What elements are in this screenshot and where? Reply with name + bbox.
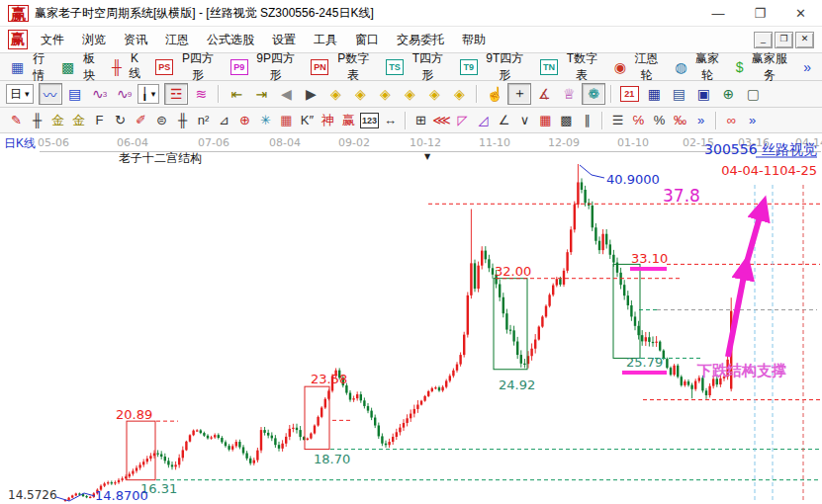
diamond-expand-h-button[interactable]: ◈: [373, 83, 397, 105]
cycle-circle-button[interactable]: ⊜: [151, 111, 172, 130]
sectors-button[interactable]: ▩板块: [56, 48, 105, 86]
menu-item-trade-order[interactable]: 交易委托: [388, 30, 453, 50]
gann-frame-button[interactable]: ⊞: [411, 111, 431, 130]
angle-gauge-button[interactable]: ⊿: [214, 111, 234, 130]
9t-square-label: 9T四方形: [482, 50, 528, 84]
menu-item-file[interactable]: 文件: [32, 30, 73, 50]
mdi-close-button[interactable]: ✕: [795, 32, 814, 48]
quotes-button[interactable]: ▦行情: [6, 48, 54, 86]
diamond-compress-all-button[interactable]: ◈: [422, 83, 446, 105]
infinity-loop-button[interactable]: ∞: [721, 111, 742, 130]
vertical-mode-button[interactable]: ☲: [164, 83, 188, 105]
t-number-table-button[interactable]: TNT数字表: [535, 48, 607, 86]
mdi-minimize-button[interactable]: _: [754, 32, 773, 48]
save-button[interactable]: ▣: [691, 83, 715, 105]
shen-ruler-button[interactable]: 神: [318, 111, 338, 130]
kline-chart[interactable]: 05-0606-0407-0608-0409-0210-1211-1012-09…: [0, 133, 822, 502]
gold-ruler-1-button[interactable]: 金: [47, 111, 68, 130]
jump-last-button[interactable]: ⇥: [249, 83, 273, 105]
span-arrows-button[interactable]: ↔: [380, 111, 401, 130]
notebook-button[interactable]: ▤: [667, 83, 690, 105]
candle-style[interactable]: ╽▾: [137, 84, 160, 104]
kline-button[interactable]: ╫K线: [107, 49, 148, 84]
trend-pen-button[interactable]: ✎: [6, 111, 27, 130]
jump-first-button[interactable]: ⇤: [225, 83, 248, 105]
t-square-button[interactable]: TST四方形: [381, 48, 453, 86]
profile-chart-button[interactable]: ≋: [189, 83, 213, 105]
circle-cross-icon: ⊕: [239, 113, 250, 127]
candle-body: [594, 227, 596, 241]
marker-pen-button[interactable]: ✐: [131, 111, 151, 130]
menu-item-browse[interactable]: 浏览: [73, 30, 115, 50]
9p-square-button[interactable]: P99P四方形: [226, 48, 305, 86]
pan-hand-button[interactable]: ☝: [483, 83, 506, 105]
step-back-button[interactable]: ◀: [274, 83, 298, 105]
menu-item-window[interactable]: 窗口: [346, 30, 388, 50]
candle-body: [228, 446, 229, 450]
calendar-button[interactable]: 21: [617, 83, 641, 105]
winner-wheel-button[interactable]: ◍赢家轮: [670, 48, 728, 86]
gann-wheel-button[interactable]: ◉江恩轮: [609, 48, 668, 86]
star-compass-button[interactable]: ✳: [255, 111, 276, 130]
wave-3-button[interactable]: ∿3: [88, 83, 112, 105]
sync-network-button[interactable]: ⊕: [716, 83, 740, 105]
menu-item-news[interactable]: 资讯: [115, 30, 156, 50]
close-button[interactable]: ✕: [795, 6, 806, 21]
remote-terminal-button[interactable]: ▢: [741, 83, 765, 105]
wave-check-button[interactable]: ∨: [514, 111, 535, 130]
fan-box-dense-icon: ◿: [479, 113, 489, 127]
menu-item-tools[interactable]: 工具: [305, 30, 346, 50]
calculator-button[interactable]: ▦: [642, 83, 666, 105]
menu-item-settings[interactable]: 设置: [263, 30, 305, 50]
mdi-restore-button[interactable]: ❐: [775, 32, 793, 48]
price-grid-arrow-button[interactable]: ▩: [556, 111, 577, 130]
percent-line-button[interactable]: ‰: [670, 111, 690, 130]
k-quote-button[interactable]: K″: [297, 111, 318, 130]
percent-button[interactable]: %: [649, 111, 670, 130]
time-ruler-button[interactable]: ╫: [27, 111, 47, 130]
percent-slope-button[interactable]: ℅: [628, 111, 649, 130]
fan-box-dense-button[interactable]: ◿: [473, 111, 494, 130]
more-tools-button[interactable]: »: [690, 111, 711, 130]
structure-pattern-button[interactable]: 〰: [39, 83, 62, 105]
f-ruler-button[interactable]: F: [89, 111, 110, 130]
gann-crown-tool-button[interactable]: ♕: [557, 83, 581, 105]
gold-ruler-2-button[interactable]: 金: [68, 111, 89, 130]
day-ruler-button[interactable]: ╫: [172, 111, 193, 130]
structure-list-button[interactable]: ▤: [63, 83, 87, 105]
menu-item-gann[interactable]: 江恩: [156, 30, 198, 50]
ying-ruler-button[interactable]: 赢: [338, 111, 359, 130]
smart-structure-button[interactable]: ❁: [582, 83, 605, 105]
wave-9-button[interactable]: ∿9: [113, 83, 137, 105]
menu-item-help[interactable]: 帮助: [453, 30, 495, 50]
diamond-shift-right-button[interactable]: ◈: [348, 83, 372, 105]
price-grid-button[interactable]: ▦: [535, 111, 556, 130]
minimize-button[interactable]: —: [711, 6, 724, 21]
candle-body: [196, 430, 198, 431]
diamond-shift-left-button[interactable]: ◈: [323, 83, 347, 105]
crosshair-button[interactable]: ＋: [507, 83, 531, 105]
fan-rays-button[interactable]: ⋘: [431, 111, 452, 130]
fan-box-button[interactable]: ◸: [452, 111, 473, 130]
overflow-main-button[interactable]: »: [798, 58, 816, 76]
diamond-expand-all-button[interactable]: ◈: [447, 83, 471, 105]
n-square-button[interactable]: n²: [193, 111, 214, 130]
maximize-button[interactable]: ❐: [754, 6, 766, 21]
parallel-rays-button[interactable]: ∥: [577, 111, 597, 130]
9t-square-button[interactable]: T99T四方形: [455, 48, 533, 86]
diamond-compress-h-button[interactable]: ◈: [398, 83, 421, 105]
circle-cross-button[interactable]: ⊕: [234, 111, 255, 130]
period-selector[interactable]: 日▾: [6, 84, 34, 104]
number-grid-button[interactable]: 123: [359, 111, 380, 130]
menu-item-formula-stock-pick[interactable]: 公式选股: [198, 30, 263, 50]
p-square-button[interactable]: PSP四方形: [150, 48, 223, 86]
more-tools-2-button[interactable]: »: [742, 111, 763, 130]
spiral-tool-button[interactable]: ↻: [110, 111, 131, 130]
angle-tool-button[interactable]: ∡: [532, 83, 556, 105]
grid-net-button[interactable]: ▦: [276, 111, 297, 130]
step-forward-button[interactable]: ▶: [299, 83, 322, 105]
stats-column-button[interactable]: ☰: [607, 111, 628, 130]
angle-rays-button[interactable]: ∠: [494, 111, 514, 130]
winner-service-button[interactable]: $赢家服务: [731, 48, 797, 86]
p-number-table-button[interactable]: PNP数字表: [306, 48, 378, 86]
